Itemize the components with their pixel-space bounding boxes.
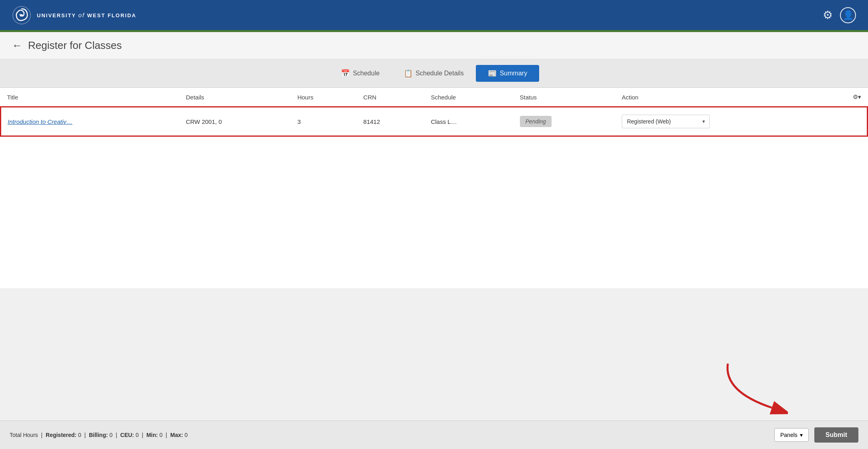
- logo-text-block: UNIVERSITY of WEST FLORIDA: [37, 12, 136, 18]
- status-badge: Pending: [520, 116, 552, 127]
- row-title: Introduction to Creativ…: [1, 107, 179, 136]
- tab-summary[interactable]: 📰 Summary: [476, 65, 539, 82]
- settings-icon[interactable]: ⚙: [823, 8, 833, 22]
- main-content: Title Details Hours CRN Schedule Status …: [0, 88, 868, 288]
- schedule-details-tab-icon: 📋: [404, 69, 413, 78]
- user-profile-icon[interactable]: 👤: [840, 7, 856, 23]
- header-icons: ⚙ 👤: [823, 7, 856, 23]
- summary-tab-icon: 📰: [488, 69, 497, 78]
- tab-navigation: 📅 Schedule 📋 Schedule Details 📰 Summary: [0, 59, 868, 88]
- back-button[interactable]: ←: [12, 39, 22, 52]
- app-header: UNIVERSITY of WEST FLORIDA ⚙ 👤: [0, 0, 868, 32]
- col-crn: CRN: [357, 88, 425, 107]
- schedule-tab-icon: 📅: [341, 69, 350, 78]
- row-schedule: Class L…: [425, 107, 514, 136]
- row-status: Pending: [514, 107, 616, 136]
- row-details: CRW 2001, 0: [179, 107, 291, 136]
- col-status: Status: [514, 88, 616, 107]
- svg-point-1: [20, 14, 23, 16]
- tab-schedule[interactable]: 📅 Schedule: [329, 65, 392, 82]
- row-settings: [846, 107, 868, 136]
- col-schedule: Schedule: [425, 88, 514, 107]
- table-settings-icon[interactable]: ⚙▾: [846, 88, 868, 107]
- back-navigation-bar: ← Register for Classes: [0, 32, 868, 59]
- class-table: Title Details Hours CRN Schedule Status …: [0, 88, 868, 137]
- col-action: Action: [615, 88, 846, 107]
- logo-spiral-icon: [12, 6, 31, 25]
- tab-summary-label: Summary: [500, 70, 527, 77]
- page-title: Register for Classes: [28, 39, 122, 52]
- action-dropdown[interactable]: Registered (Web) Drop Waitlist: [622, 115, 710, 128]
- row-crn: 81412: [357, 107, 425, 136]
- tab-schedule-details-label: Schedule Details: [416, 70, 464, 77]
- table-row: Introduction to Creativ… CRW 2001, 0 3 8…: [1, 107, 868, 136]
- row-action[interactable]: Registered (Web) Drop Waitlist: [615, 107, 846, 136]
- row-hours: 3: [291, 107, 357, 136]
- col-title: Title: [1, 88, 179, 107]
- course-title-link[interactable]: Introduction to Creativ…: [8, 118, 73, 125]
- table-header-row: Title Details Hours CRN Schedule Status …: [1, 88, 868, 107]
- university-logo: UNIVERSITY of WEST FLORIDA: [12, 6, 136, 25]
- tab-schedule-details[interactable]: 📋 Schedule Details: [392, 65, 476, 82]
- col-hours: Hours: [291, 88, 357, 107]
- col-details: Details: [179, 88, 291, 107]
- tab-schedule-label: Schedule: [353, 70, 380, 77]
- action-select-wrapper: Registered (Web) Drop Waitlist: [622, 115, 710, 128]
